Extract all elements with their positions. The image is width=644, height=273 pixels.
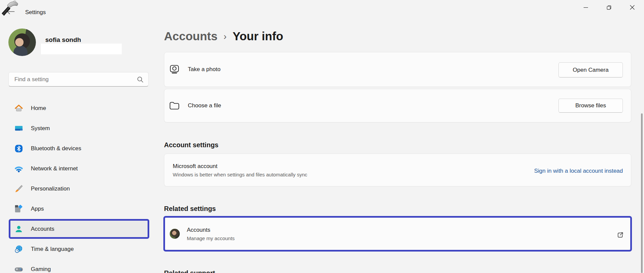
sidebar-item-label: Accounts (31, 226, 54, 232)
breadcrumb-accounts[interactable]: Accounts (164, 30, 217, 43)
close-icon (630, 5, 635, 10)
related-accounts-card[interactable]: Accounts Manage my accounts (163, 216, 632, 252)
user-avatar[interactable] (8, 29, 36, 56)
vertical-scrollbar[interactable] (641, 113, 643, 273)
sidebar-item-bluetooth-devices[interactable]: Bluetooth & devices (9, 141, 149, 157)
sidebar-item-system[interactable]: System (9, 120, 149, 136)
related-settings-heading: Related settings (164, 205, 216, 213)
folder-icon (169, 101, 180, 111)
related-card-avatar (170, 229, 180, 239)
sidebar-item-label: Gaming (31, 266, 51, 273)
minimize-button[interactable] (578, 0, 593, 15)
bluetooth-icon (14, 144, 23, 153)
sidebar-item-accounts[interactable]: Accounts (9, 221, 149, 237)
time-language-icon (14, 245, 23, 254)
app-title: Settings (25, 9, 46, 16)
search-box[interactable] (8, 72, 149, 87)
sidebar-item-network-internet[interactable]: Network & internet (9, 161, 149, 177)
breadcrumb: Accounts › Your info (164, 30, 283, 43)
choose-file-label: Choose a file (188, 102, 221, 109)
sidebar-item-time-language[interactable]: Time & language (9, 241, 149, 257)
user-name: sofia sondh (45, 36, 81, 44)
page-title: Your info (232, 30, 283, 43)
minimize-icon (583, 5, 588, 10)
network-icon (14, 164, 23, 173)
external-link-icon[interactable] (616, 231, 624, 239)
breadcrumb-separator-icon: › (223, 31, 226, 42)
hammer-cursor-icon (1, 0, 19, 17)
restore-icon (606, 5, 611, 10)
sidebar-item-label: System (31, 125, 50, 132)
sidebar-item-label: Network & internet (31, 165, 78, 172)
open-camera-button[interactable]: Open Camera (558, 62, 623, 77)
camera-icon (169, 64, 180, 74)
account-settings-heading: Account settings (164, 141, 218, 149)
home-icon (14, 104, 23, 113)
related-support-heading: Related support (164, 269, 215, 273)
sidebar-item-label: Home (31, 105, 46, 112)
related-accounts-subtitle: Manage my accounts (187, 235, 235, 241)
back-button[interactable] (1, 0, 21, 17)
related-accounts-title: Accounts (187, 227, 235, 233)
restore-button[interactable] (601, 0, 616, 15)
search-input[interactable] (9, 72, 148, 86)
microsoft-account-title: Microsoft account (173, 163, 217, 170)
sidebar-item-label: Time & language (31, 246, 74, 253)
take-photo-label: Take a photo (188, 66, 220, 73)
personalization-icon (14, 184, 23, 193)
gaming-icon (14, 265, 23, 273)
sidebar-item-label: Apps (31, 206, 44, 212)
local-account-link[interactable]: Sign in with a local account instead (534, 168, 623, 174)
browse-files-button[interactable]: Browse files (558, 99, 623, 113)
sidebar-item-home[interactable]: Home (9, 100, 149, 116)
search-icon (137, 76, 144, 83)
close-button[interactable] (625, 0, 640, 15)
user-email-redacted (41, 44, 122, 54)
sidebar-item-label: Bluetooth & devices (31, 145, 81, 152)
sidebar-item-label: Personalization (31, 185, 70, 192)
system-icon (14, 124, 23, 133)
sidebar-item-apps[interactable]: Apps (9, 201, 149, 217)
sidebar-item-gaming[interactable]: Gaming (9, 261, 149, 273)
sidebar-item-personalization[interactable]: Personalization (9, 181, 149, 197)
apps-icon (14, 205, 23, 213)
microsoft-account-subtitle: Windows is better when settings and file… (173, 172, 307, 177)
accounts-icon (14, 225, 23, 233)
